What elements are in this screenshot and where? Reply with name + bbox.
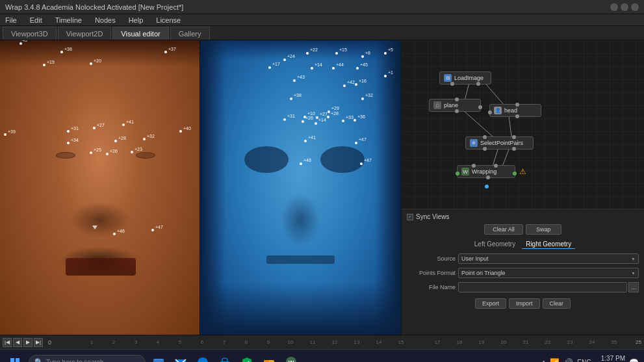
taskbar-right: ∧ 📶 🔊 ENG 1:37 PM 2022-11-11 💬 [541,354,639,362]
node-loadimage[interactable]: ▤ LoadImage [439,71,491,84]
taskbar-store-icon[interactable] [216,354,234,363]
left-geometry-tab[interactable]: Left Geometry [470,240,519,249]
wrapping-param2[interactable] [513,172,517,175]
spp-input-right[interactable] [512,135,516,139]
source-dropdown[interactable]: User Input ▼ [458,253,639,264]
wrapping-input1[interactable] [472,164,476,168]
wrapping-icon: W [461,168,469,175]
wrapping-bottom-output[interactable] [485,185,489,188]
svg-text:W: W [289,359,294,363]
taskbar-mail-icon[interactable] [172,354,190,363]
wrapping-output[interactable] [486,175,490,179]
timeline-play-button[interactable]: ▶ [23,338,32,347]
source-arrow-icon: ▼ [631,257,636,261]
spp-output-right[interactable] [512,147,516,151]
windows-taskbar: 🔍 Type here to search e [0,349,644,362]
search-icon: 🔍 [34,358,44,362]
taskbar-security-icon[interactable] [238,354,256,363]
plane-param[interactable] [478,105,482,109]
skin-background [0,40,200,335]
tab-visual-editor[interactable]: Visual editor [112,27,168,40]
network-icon[interactable]: 📶 [550,358,560,363]
spp-output-left[interactable] [483,147,487,151]
right-geometry-tab[interactable]: Right Geometry [522,240,575,249]
taskbar-wrap-icon[interactable]: W [282,354,300,363]
taskbar-left: 🔍 Type here to search e [5,353,300,363]
head-output[interactable] [515,114,519,118]
export-button[interactable]: Export [475,298,506,309]
tab-viewport3d[interactable]: Viewport3D [3,27,57,40]
loadimage-icon: ▤ [444,74,452,82]
plane-output[interactable] [455,109,459,113]
head-input[interactable] [515,103,519,107]
menu-nodes[interactable]: Nodes [92,16,118,24]
timeline-prev-button[interactable]: |◀ [3,338,12,347]
notifications-icon[interactable]: 💬 [629,358,639,363]
start-button[interactable] [5,353,25,363]
system-tray: ∧ 📶 🔊 ENG 1:37 PM 2022-11-11 💬 [541,354,639,362]
clear-swap-row: Clear All Swap [407,224,639,235]
menu-license[interactable]: License [153,16,183,24]
file-name-row: File Name … [407,282,639,292]
close-button[interactable] [631,3,639,11]
wrapping-input2[interactable] [494,164,498,168]
tray-up-arrow-icon[interactable]: ∧ [541,359,546,362]
timeline-back-button[interactable]: ◀ [13,338,22,347]
file-name-input[interactable] [458,282,627,292]
viewport-middle[interactable]: +24 +22 +15 +8 +5 +17 +14 +44 +45 +1 [200,40,402,335]
loadimage-output2[interactable] [476,82,480,86]
plane-input[interactable] [455,97,459,101]
menu-help[interactable]: Help [126,16,146,24]
menu-edit[interactable]: Edit [27,16,45,24]
head-param[interactable] [488,110,492,114]
node-plane[interactable]: □ plane [429,99,481,112]
file-browse-button[interactable]: … [628,282,639,292]
timeline-end-mark: 25 [636,339,641,345]
source-row: Source User Input ▼ [407,253,639,264]
points-format-dropdown[interactable]: Point on Triangle ▼ [458,268,639,278]
svg-rect-13 [264,360,269,362]
menu-timeline[interactable]: Timeline [53,16,84,24]
volume-icon[interactable]: 🔊 [563,358,573,363]
menu-bar: File Edit Timeline Nodes Help License [0,14,644,26]
language-label[interactable]: ENG [577,359,591,362]
selectpointpairs-icon: ⊕ [470,139,478,147]
search-bar[interactable]: 🔍 Type here to search [29,355,146,363]
menu-file[interactable]: File [3,16,19,24]
clock-time: 1:37 PM [595,354,625,362]
node-connections-svg [402,40,644,209]
swap-button[interactable]: Swap [526,224,561,235]
spp-input-left[interactable] [483,135,487,139]
tab-gallery[interactable]: Gallery [170,27,210,40]
ruler-number-list: 1 2 3 4 5 6 7 8 9 10 11 12 13 14 15 17 1… [66,339,630,345]
node-selectpointpairs[interactable]: ⊕ SelectPointPairs [465,136,534,149]
clear-all-button[interactable]: Clear All [484,224,523,235]
clear-button[interactable]: Clear [543,298,571,309]
tab-bar: Viewport3D Viewport2D Visual editor Gall… [0,26,644,40]
taskbar-explorer2-icon[interactable] [260,354,278,363]
taskbar-explorer-icon[interactable] [149,354,168,363]
viewport-left[interactable]: +43 +38 +37 +20 +19 +39 +31 +27 +41 +40 [0,40,200,335]
timeline-controls: |◀ ◀ ▶ ▶| [3,338,43,347]
minimize-button[interactable] [610,3,618,11]
taskbar-edge-icon[interactable]: e [194,354,212,363]
tab-viewport2d[interactable]: Viewport2D [58,27,112,40]
head-icon: 👤 [494,107,502,114]
timeline-next-button[interactable]: ▶| [34,338,43,347]
node-wrapping[interactable]: W Wrapping ⚠ [457,165,515,178]
timeline-ruler[interactable]: 1 2 3 4 5 6 7 8 9 10 11 12 13 14 15 17 1… [66,335,630,349]
search-placeholder: Type here to search [46,359,103,362]
file-name-group: … [458,282,639,292]
properties-panel: ✓ Sync Views Clear All Swap Left Geometr… [402,209,644,335]
sync-views-checkbox[interactable]: ✓ [407,214,413,220]
import-button[interactable]: Import [509,298,540,309]
wrapping-param1[interactable] [456,172,459,175]
plane-icon: □ [433,101,441,109]
svg-rect-6 [153,359,164,363]
node-graph[interactable]: ▤ LoadImage □ plane 👤 head [402,40,644,209]
loadimage-output[interactable] [450,82,454,86]
wrapping-warning-icon: ⚠ [519,167,526,176]
maximize-button[interactable] [621,3,628,11]
clock[interactable]: 1:37 PM 2022-11-11 [595,354,625,362]
node-head[interactable]: 👤 head [489,104,541,117]
